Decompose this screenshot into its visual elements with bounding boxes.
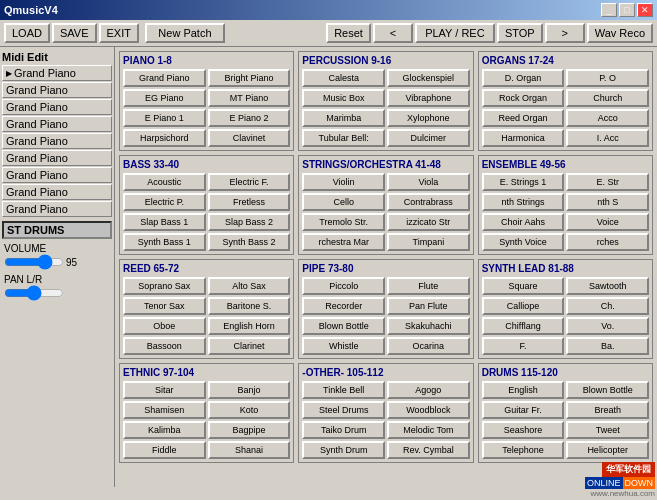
save-button[interactable]: SAVE [52,23,97,43]
inst-calesta[interactable]: Calesta [302,69,385,87]
inst-vo[interactable]: Vo. [566,317,649,335]
prev-button[interactable]: < [373,23,413,43]
pan-slider[interactable] [4,285,64,301]
inst-clavinet[interactable]: Clavinet [208,129,291,147]
minimize-button[interactable]: _ [601,3,617,17]
inst-p-organ[interactable]: P. O [566,69,649,87]
inst-dulcimer[interactable]: Dulcimer [387,129,470,147]
inst-harpsichord[interactable]: Harpsichord [123,129,206,147]
wav-rec-button[interactable]: Wav Reco [587,23,653,43]
sidebar-item-2[interactable]: Grand Piano [2,99,112,115]
inst-timpani[interactable]: Timpani [387,233,470,251]
inst-synth-bass-1[interactable]: Synth Bass 1 [123,233,206,251]
inst-viola[interactable]: Viola [387,173,470,191]
inst-skakuhachi[interactable]: Skakuhachi [387,317,470,335]
inst-voice[interactable]: Voice [566,213,649,231]
inst-flute[interactable]: Flute [387,277,470,295]
reset-button[interactable]: Reset [326,23,371,43]
sidebar-item-3[interactable]: Grand Piano [2,116,112,132]
exit-button[interactable]: EXIT [99,23,139,43]
inst-e-piano-1[interactable]: E Piano 1 [123,109,206,127]
sidebar-item-5[interactable]: Grand Piano [2,150,112,166]
inst-slap-bass-1[interactable]: Slap Bass 1 [123,213,206,231]
inst-pan-flute[interactable]: Pan Flute [387,297,470,315]
volume-slider[interactable] [4,254,64,270]
inst-whistle[interactable]: Whistle [302,337,385,355]
inst-violin[interactable]: Violin [302,173,385,191]
inst-bagpipe[interactable]: Bagpipe [208,421,291,439]
inst-synth-voice[interactable]: Synth Voice [482,233,565,251]
next-button[interactable]: > [545,23,585,43]
inst-breath[interactable]: Breath [566,401,649,419]
inst-melodic-tom[interactable]: Melodic Tom [387,421,470,439]
stop-button[interactable]: STOP [497,23,543,43]
inst-woodblock[interactable]: Woodblock [387,401,470,419]
inst-ch[interactable]: Ch. [566,297,649,315]
inst-tinkle-bell[interactable]: Tinkle Bell [302,381,385,399]
maximize-button[interactable]: □ [619,3,635,17]
inst-synth-bass-2[interactable]: Synth Bass 2 [208,233,291,251]
inst-banjo[interactable]: Banjo [208,381,291,399]
inst-ba[interactable]: Ba. [566,337,649,355]
inst-electric-f[interactable]: Electric F. [208,173,291,191]
inst-fiddle[interactable]: Fiddle [123,441,206,459]
inst-e-piano-2[interactable]: E Piano 2 [208,109,291,127]
inst-tubular-bell[interactable]: Tubular Bell: [302,129,385,147]
inst-e-str[interactable]: E. Str [566,173,649,191]
new-patch-button[interactable]: New Patch [145,23,225,43]
inst-calliope[interactable]: Calliope [482,297,565,315]
inst-seashore[interactable]: Seashore [482,421,565,439]
inst-shanai[interactable]: Shanai [208,441,291,459]
inst-square[interactable]: Square [482,277,565,295]
inst-f[interactable]: F. [482,337,565,355]
inst-vibraphone[interactable]: Vibraphone [387,89,470,107]
inst-i-acc[interactable]: I. Acc [566,129,649,147]
sidebar-item-4[interactable]: Grand Piano [2,133,112,149]
inst-tweet[interactable]: Tweet [566,421,649,439]
inst-electric-p[interactable]: Electric P. [123,193,206,211]
play-rec-button[interactable]: PLAY / REC [415,23,495,43]
inst-agogo[interactable]: Agogo [387,381,470,399]
inst-rock-organ[interactable]: Rock Organ [482,89,565,107]
inst-cello[interactable]: Cello [302,193,385,211]
inst-guitar-fr[interactable]: Guitar Fr. [482,401,565,419]
sidebar-item-8[interactable]: Grand Piano [2,201,112,217]
load-button[interactable]: LOAD [4,23,50,43]
inst-bassoon[interactable]: Bassoon [123,337,206,355]
st-drums-label[interactable]: ST DRUMS [2,221,112,239]
inst-tremolo-str[interactable]: Tremolo Str. [302,213,385,231]
inst-marimba[interactable]: Marimba [302,109,385,127]
inst-english[interactable]: English [482,381,565,399]
sidebar-item-1[interactable]: Grand Piano [2,82,112,98]
inst-steel-drums[interactable]: Steel Drums [302,401,385,419]
inst-music-box[interactable]: Music Box [302,89,385,107]
inst-nth-s[interactable]: nth S [566,193,649,211]
inst-piccolo[interactable]: Piccolo [302,277,385,295]
sidebar-item-0[interactable]: ▶ Grand Piano [2,65,112,81]
inst-acco[interactable]: Acco [566,109,649,127]
inst-church[interactable]: Church [566,89,649,107]
inst-rches[interactable]: rches [566,233,649,251]
inst-clarinet[interactable]: Clarinet [208,337,291,355]
inst-blown-bottle-2[interactable]: Blown Bottle [566,381,649,399]
inst-d-organ[interactable]: D. Organ [482,69,565,87]
inst-mt-piano[interactable]: MT Piano [208,89,291,107]
inst-alto-sax[interactable]: Alto Sax [208,277,291,295]
inst-slap-bass-2[interactable]: Slap Bass 2 [208,213,291,231]
inst-reed-organ[interactable]: Reed Organ [482,109,565,127]
inst-english-horn[interactable]: English Horn [208,317,291,335]
inst-contrabrass[interactable]: Contrabrass [387,193,470,211]
inst-glockenspiel[interactable]: Glockenspiel [387,69,470,87]
inst-grand-piano[interactable]: Grand Piano [123,69,206,87]
inst-sitar[interactable]: Sitar [123,381,206,399]
inst-recorder[interactable]: Recorder [302,297,385,315]
inst-fretless[interactable]: Fretless [208,193,291,211]
inst-harmonica[interactable]: Harmonica [482,129,565,147]
inst-chifflang[interactable]: Chifflang [482,317,565,335]
inst-taiko-drum[interactable]: Taiko Drum [302,421,385,439]
inst-bright-piano[interactable]: Bright Piano [208,69,291,87]
sidebar-item-7[interactable]: Grand Piano [2,184,112,200]
inst-synth-drum[interactable]: Synth Drum [302,441,385,459]
inst-helicopter[interactable]: Helicopter [566,441,649,459]
close-button[interactable]: ✕ [637,3,653,17]
